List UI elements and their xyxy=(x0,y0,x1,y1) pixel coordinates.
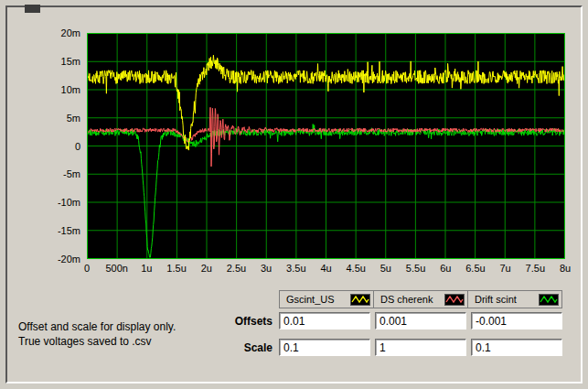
waveform-graph xyxy=(87,33,565,259)
offset-input-2[interactable] xyxy=(375,312,466,330)
y-tick-label: -15m xyxy=(27,225,80,237)
legend-item-ds-cherenk[interactable]: DS cherenk xyxy=(373,290,468,308)
y-tick-label: -10m xyxy=(27,197,80,209)
legend-item-gscint-us[interactable]: Gscint_US xyxy=(279,290,374,308)
legend-item-drift-scint[interactable]: Drift scint xyxy=(467,290,562,308)
scale-input-1[interactable] xyxy=(279,339,370,356)
legend-item-label: Gscint_US xyxy=(286,294,335,305)
scale-input-3[interactable] xyxy=(471,339,562,356)
display-note: Offset and scale for display only. True … xyxy=(18,319,176,349)
legend-item-label: Drift scint xyxy=(475,294,517,305)
offsets-label: Offsets xyxy=(186,315,273,328)
note-line-1: Offset and scale for display only. xyxy=(18,319,176,334)
y-tick-label: 15m xyxy=(27,56,80,68)
x-axis: 0500n1u1.5u2u2.5u3u3.5u4u4.5u5u5.5u6u6.5… xyxy=(87,263,565,276)
y-tick-label: 5m xyxy=(27,113,80,124)
x-tick-label: 8u xyxy=(545,263,585,275)
waveform-glyph-icon xyxy=(444,294,465,306)
decoration-notch xyxy=(25,5,40,13)
note-line-2: True voltages saved to .csv xyxy=(18,334,176,349)
plot-legend: Gscint_US DS cherenk Drift scint xyxy=(279,290,562,308)
y-tick-label: 10m xyxy=(27,84,80,96)
legend-item-label: DS cherenk xyxy=(380,294,433,305)
y-tick-label: -5m xyxy=(27,168,80,180)
y-tick-label: 0 xyxy=(27,141,80,153)
waveform-plot-area xyxy=(87,33,565,259)
offset-input-1[interactable] xyxy=(279,312,370,330)
offset-input-3[interactable] xyxy=(471,312,562,330)
scale-input-2[interactable] xyxy=(375,339,466,356)
waveform-glyph-icon xyxy=(350,294,370,306)
y-tick-label: 20m xyxy=(27,27,80,39)
y-axis: 20m15m10m5m0-5m-10m-15m-20m xyxy=(27,33,80,259)
waveform-glyph-icon xyxy=(539,294,559,306)
scale-label: Scale xyxy=(186,341,273,354)
